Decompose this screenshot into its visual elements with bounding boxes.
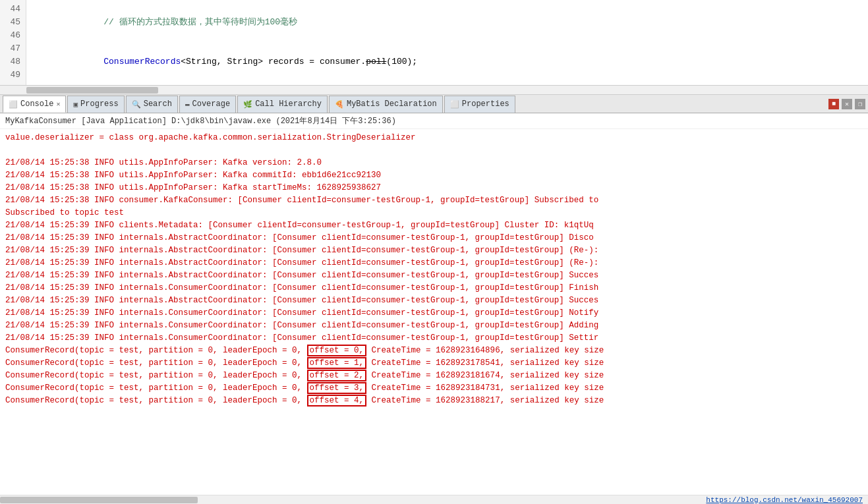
tab-progress[interactable]: ▣ Progress bbox=[67, 96, 124, 113]
console-line-4: 21/08/14 15:25:38 INFO consumer.KafkaCon… bbox=[5, 194, 863, 207]
console-record-2: ConsumerRecord(topic = test, partition =… bbox=[5, 370, 863, 382]
record-offset-1: offset = 1, bbox=[307, 357, 367, 369]
console-record-0: ConsumerRecord(topic = test, partition =… bbox=[5, 345, 863, 357]
console-line-10: 21/08/14 15:25:39 INFO internals.Consume… bbox=[5, 282, 863, 294]
console-line-14: 21/08/14 15:25:39 INFO internals.Consume… bbox=[5, 332, 863, 345]
terminate-button[interactable]: ■ bbox=[828, 99, 839, 109]
progress-icon: ▣ bbox=[73, 100, 78, 109]
properties-icon: ⬜ bbox=[450, 100, 459, 109]
tab-coverage[interactable]: ▬ Coverage bbox=[179, 96, 236, 113]
record-offset-3: offset = 3, bbox=[307, 382, 367, 394]
tab-search[interactable]: 🔍 Search bbox=[126, 96, 178, 113]
console-hscrollbar[interactable]: https://blog.csdn.net/waxin_45692007 bbox=[0, 495, 868, 504]
console-line-8: 21/08/14 15:25:39 INFO internals.Abstrac… bbox=[5, 257, 863, 269]
tab-console-close[interactable]: ✕ bbox=[56, 100, 60, 108]
record-offset-4: offset = 4, bbox=[307, 395, 367, 406]
tab-properties[interactable]: ⬜ Properties bbox=[444, 96, 515, 113]
tab-mybatis[interactable]: 🍕 MyBatis Declaration bbox=[329, 96, 443, 113]
console-line-12: 21/08/14 15:25:39 INFO internals.Consume… bbox=[5, 307, 863, 320]
record-offset-2: offset = 2, bbox=[307, 370, 367, 381]
search-icon: 🔍 bbox=[132, 100, 141, 109]
tab-search-label: Search bbox=[144, 99, 172, 109]
console-line-3: 21/08/14 15:25:38 INFO utils.AppInfoPars… bbox=[5, 182, 863, 194]
tab-console-label: Console bbox=[20, 99, 53, 109]
console-line-1: 21/08/14 15:25:38 INFO utils.AppInfoPars… bbox=[5, 157, 863, 169]
console-icon: ⬜ bbox=[9, 100, 18, 109]
tab-controls: ■ ✕ ❐ bbox=[828, 99, 865, 109]
code-hscrollbar[interactable] bbox=[0, 86, 868, 95]
console-record-3: ConsumerRecord(topic = test, partition =… bbox=[5, 382, 863, 395]
console-line-11: 21/08/14 15:25:39 INFO internals.Abstrac… bbox=[5, 294, 863, 307]
code-hscrollbar-thumb[interactable] bbox=[26, 87, 158, 94]
tab-callhierarchy-label: Call Hierarchy bbox=[255, 99, 322, 109]
console-line-9: 21/08/14 15:25:39 INFO internals.Abstrac… bbox=[5, 269, 863, 282]
code-line-46: for (ConsumerRecord<String, String> reco… bbox=[32, 82, 863, 85]
callhierarchy-icon: 🌿 bbox=[243, 100, 252, 109]
console-output-area: value.deserializer = class org.apache.ka… bbox=[0, 129, 868, 495]
comment-text: // 循环的方式拉取数据，其中等待时间为100毫秒 bbox=[63, 17, 297, 27]
coverage-icon: ▬ bbox=[185, 100, 190, 108]
code-editor: 44 45 46 47 48 49 // 循环的方式拉取数据，其中等待时间为10… bbox=[0, 0, 868, 86]
console-line-13: 21/08/14 15:25:39 INFO internals.Consume… bbox=[5, 320, 863, 332]
line-numbers: 44 45 46 47 48 49 bbox=[0, 0, 26, 85]
console-path-bar: MyKafkaConsumer [Java Application] D:\jd… bbox=[0, 113, 868, 129]
blog-link[interactable]: https://blog.csdn.net/waxin_45692007 bbox=[706, 496, 863, 504]
tab-bar: ⬜ Console ✕ ▣ Progress 🔍 Search ▬ Covera… bbox=[0, 95, 868, 113]
console-line-deserializer: value.deserializer = class org.apache.ka… bbox=[5, 132, 863, 144]
console-path-text: MyKafkaConsumer [Java Application] D:\jd… bbox=[5, 117, 396, 126]
tab-progress-label: Progress bbox=[80, 99, 119, 109]
view-menu-button[interactable]: ❐ bbox=[855, 99, 865, 109]
code-line-44: // 循环的方式拉取数据，其中等待时间为100毫秒 bbox=[32, 3, 863, 42]
mybatis-icon: 🍕 bbox=[335, 100, 344, 109]
code-content: // 循环的方式拉取数据，其中等待时间为100毫秒 ConsumerRecord… bbox=[26, 0, 868, 85]
console-record-4: ConsumerRecord(topic = test, partition =… bbox=[5, 395, 863, 407]
console-line-subscribed: Subscribed to topic test bbox=[5, 207, 863, 219]
console-output[interactable]: value.deserializer = class org.apache.ka… bbox=[0, 129, 868, 495]
close-console-button[interactable]: ✕ bbox=[842, 99, 852, 109]
tab-coverage-label: Coverage bbox=[192, 99, 231, 109]
console-line-6: 21/08/14 15:25:39 INFO internals.Abstrac… bbox=[5, 232, 863, 244]
console-line-blank bbox=[5, 144, 863, 157]
console-line-5: 21/08/14 15:25:39 INFO clients.Metadata:… bbox=[5, 219, 863, 232]
console-line-2: 21/08/14 15:25:38 INFO utils.AppInfoPars… bbox=[5, 169, 863, 182]
console-record-1: ConsumerRecord(topic = test, partition =… bbox=[5, 357, 863, 370]
code-line-45: ConsumerRecords<String, String> records … bbox=[32, 42, 863, 82]
tab-mybatis-label: MyBatis Declaration bbox=[347, 99, 437, 109]
tab-callhierarchy[interactable]: 🌿 Call Hierarchy bbox=[237, 96, 328, 113]
console-line-7: 21/08/14 15:25:39 INFO internals.Abstrac… bbox=[5, 244, 863, 257]
record-offset-0: offset = 0, bbox=[307, 345, 367, 356]
tab-properties-label: Properties bbox=[462, 99, 509, 109]
console-hscrollbar-thumb[interactable] bbox=[0, 497, 198, 503]
tab-console[interactable]: ⬜ Console ✕ bbox=[3, 96, 66, 113]
